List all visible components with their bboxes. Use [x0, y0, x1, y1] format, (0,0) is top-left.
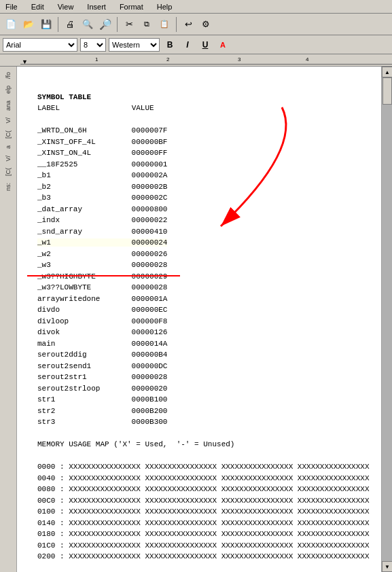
cut-button[interactable]: ✂ — [121, 16, 137, 33]
document-area[interactable]: SYMBOL TABLE LABEL VALUE _WRTD_ON_6H 000… — [17, 67, 381, 572]
print-preview-button[interactable]: 🔍 — [79, 16, 96, 33]
menu-file[interactable]: File — [3, 1, 20, 12]
row-main: main 0000014A — [37, 340, 167, 348]
separator3 — [176, 17, 177, 32]
row-str1: str1 0000B100 — [37, 395, 167, 404]
font-select[interactable]: Arial — [3, 38, 77, 52]
left-panel-item-8: [C( — [3, 165, 13, 179]
scrollbar-track[interactable] — [382, 77, 392, 561]
menu-view[interactable]: View — [55, 1, 77, 12]
row-dat-array: _dat_array 00000800 — [37, 205, 167, 213]
open-button[interactable]: 📂 — [20, 16, 37, 33]
row-str2: str2 0000B200 — [37, 407, 167, 415]
find-button[interactable]: 🔎 — [97, 16, 113, 33]
row-arraywrite: arraywritedone 0000001A — [37, 295, 167, 303]
table-header: LABEL VALUE — [37, 104, 154, 112]
mem-row-0000: 0000 : XXXXXXXXXXXXXXXX XXXXXXXXXXXXXXXX… — [37, 463, 369, 471]
scroll-up-button[interactable]: ▲ — [382, 67, 392, 77]
row-serout2strloop: serout2strloop 00000020 — [37, 385, 167, 393]
menu-edit[interactable]: Edit — [29, 1, 47, 12]
mem-row-0040: 0040 : XXXXXXXXXXXXXXXX XXXXXXXXXXXXXXXX… — [37, 474, 369, 482]
row-w3-high: _w3??HIGHBYTE 00000029 — [37, 272, 167, 281]
mem-row-0200: 0200 : XXXXXXXXXXXXXXXX XXXXXXXXXXXXXXXX… — [37, 552, 369, 560]
row-18f: __18F2525 00000001 — [37, 160, 167, 168]
row-b1: _b1 0000002A — [37, 171, 167, 179]
font-color-button[interactable]: A — [215, 38, 230, 52]
row-serout2send: serout2send1 000000DC — [37, 362, 167, 370]
row-b2: _b2 0000002B — [37, 183, 167, 191]
left-panel-item-7: V/ — [3, 153, 13, 164]
mem-row-0140: 0140 : XXXXXXXXXXXXXXXX XXXXXXXXXXXXXXXX… — [37, 519, 369, 527]
mem-row-0100: 0100 : XXXXXXXXXXXXXXXX XXXXXXXXXXXXXXXX… — [37, 507, 369, 516]
symbol-table-title: SYMBOL TABLE — [37, 93, 91, 101]
memory-section-title: MEMORY USAGE MAP ('X' = Used, '-' = Unus… — [37, 440, 234, 448]
scrollbar-panel: ▲ ▼ — [381, 67, 392, 572]
col-value: VALUE — [132, 104, 154, 112]
script-select[interactable]: Western — [109, 38, 160, 52]
row-serout2str1: serout2str1 00000028 — [37, 373, 167, 381]
copy-button[interactable]: ⧉ — [139, 16, 155, 33]
row-b3: _b3 0000002C — [37, 194, 167, 202]
italic-button[interactable]: I — [180, 38, 195, 52]
row-w1: _w1 00000024 — [37, 238, 167, 247]
paste-button[interactable]: 📋 — [156, 16, 173, 33]
row-w2: _w2 00000026 — [37, 250, 167, 258]
ruler-mark-3: 3 — [238, 56, 240, 62]
row-w3-low: _w3??LOWBYTE 00000028 — [37, 283, 167, 291]
ruler-mark-1: 1 — [95, 56, 98, 62]
ruler-mark-4: 4 — [306, 56, 308, 62]
document-content: SYMBOL TABLE LABEL VALUE _WRTD_ON_6H 000… — [37, 80, 361, 572]
ruler-mark-2: 2 — [166, 56, 169, 62]
main-toolbar: 📄 📂 💾 🖨 🔍 🔎 ✂ ⧉ 📋 ↩ ⚙ — [0, 14, 392, 35]
left-panel-item-2: elp — [3, 83, 13, 96]
redo-button[interactable]: ⚙ — [198, 16, 214, 33]
left-panel-item-6: a — [3, 143, 13, 151]
row-wrtd: _WRTD_ON_6H 0000007F — [37, 126, 167, 135]
new-button[interactable]: 📄 — [3, 16, 19, 33]
bold-button[interactable]: B — [162, 38, 177, 52]
print-button[interactable]: 🖨 — [62, 16, 78, 33]
format-toolbar: Arial 8 Western B I U A — [0, 35, 392, 54]
row-serout2ddig: serout2ddig 000000B4 — [37, 351, 167, 359]
row-indx: _indx 00000022 — [37, 216, 167, 224]
row-divloop: divloop 000000F8 — [37, 317, 167, 325]
left-panel: /fo elp ana V/ [C( a V/ [C( ns: — [0, 67, 17, 572]
left-panel-item-1: /fo — [3, 69, 13, 82]
mem-row-0180: 0180 : XXXXXXXXXXXXXXXX XXXXXXXXXXXXXXXX… — [37, 530, 369, 538]
menu-bar: File Edit View Insert Format Help — [0, 0, 392, 14]
left-panel-item-9: ns: — [3, 180, 13, 194]
save-button[interactable]: 💾 — [38, 16, 54, 33]
mem-row-01c0: 01C0 : XXXXXXXXXXXXXXXX XXXXXXXXXXXXXXXX… — [37, 541, 369, 550]
size-select[interactable]: 8 — [80, 38, 106, 52]
menu-help[interactable]: Help — [154, 1, 175, 12]
row-snd-array: _snd_array 00000410 — [37, 228, 167, 236]
row-str3: str3 0000B300 — [37, 418, 167, 426]
row-xinst-on: _XINST_ON_4L 000000FF — [37, 149, 167, 157]
left-panel-item-5: [C( — [3, 128, 13, 141]
menu-insert[interactable]: Insert — [84, 1, 109, 12]
col-label: LABEL — [37, 104, 60, 112]
main-area: /fo elp ana V/ [C( a V/ [C( ns: SYMBOL T… — [0, 67, 392, 572]
undo-button[interactable]: ↩ — [180, 16, 196, 33]
row-xinst-off: _XINST_OFF_4L 000000BF — [37, 138, 167, 146]
row-divdo: divdo 000000EC — [37, 306, 167, 314]
separator1 — [58, 17, 58, 32]
left-panel-item-3: ana — [3, 98, 13, 113]
scrollbar-thumb[interactable] — [382, 77, 392, 105]
mem-row-0080: 0080 : XXXXXXXXXXXXXXXX XXXXXXXXXXXXXXXX… — [37, 485, 369, 493]
left-panel-item-4: V/ — [3, 115, 13, 126]
scroll-down-button[interactable]: ▼ — [382, 561, 392, 572]
menu-format[interactable]: Format — [117, 1, 146, 12]
row-divok: divok 00000126 — [37, 328, 167, 336]
ruler: ▼ 1 2 3 4 — [0, 54, 392, 67]
underline-button[interactable]: U — [198, 38, 213, 52]
mem-row-00c0: 00C0 : XXXXXXXXXXXXXXXX XXXXXXXXXXXXXXXX… — [37, 497, 369, 505]
separator2 — [117, 17, 118, 32]
row-w3: _w3 00000028 — [37, 261, 167, 269]
